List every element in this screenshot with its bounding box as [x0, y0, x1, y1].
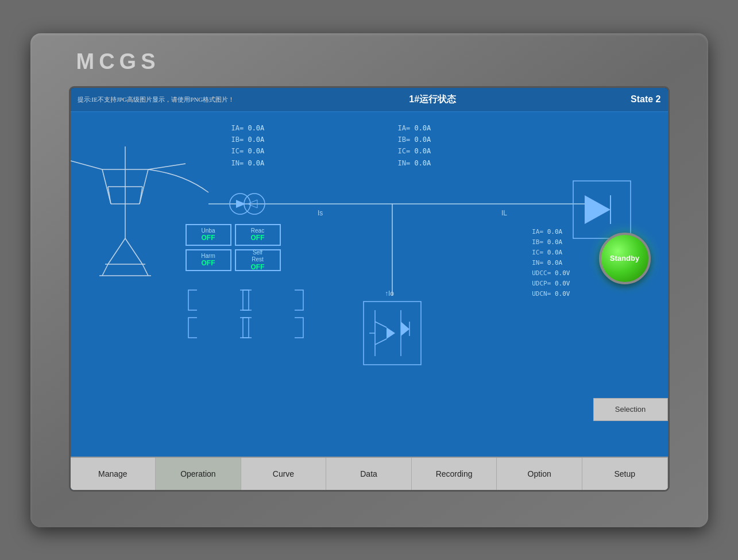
ib-left-value: 0.0A: [248, 136, 264, 144]
ib-left-label: IB=: [231, 136, 244, 144]
svg-text:↑Io: ↑Io: [384, 289, 393, 298]
ia-right-value: 0.0A: [414, 124, 431, 132]
nav-setup[interactable]: Setup: [582, 458, 668, 490]
circuit-diagram: ↑Io Is IL: [71, 112, 668, 457]
reac-value: OFF: [251, 234, 265, 242]
nav-recording[interactable]: Recording: [412, 458, 497, 490]
ib-right-value: 0.0A: [414, 136, 431, 144]
nav-setup-label: Setup: [614, 469, 635, 478]
svg-line-28: [375, 339, 387, 345]
svg-line-27: [375, 322, 387, 327]
ia-bottom-value: 0.0A: [547, 228, 563, 235]
udcn-label: UDCN=: [532, 290, 551, 298]
standby-button[interactable]: Standby: [599, 233, 651, 284]
header-state: State 2: [631, 94, 660, 105]
in-left-label: IN=: [231, 159, 244, 167]
nav-bar: Manage Operation Curve Data Recording Op…: [71, 457, 668, 490]
ia-right-label: IA=: [398, 124, 411, 132]
ia-bottom-label: IA=: [532, 228, 543, 235]
svg-marker-29: [387, 327, 395, 339]
nav-manage-label: Manage: [98, 469, 127, 478]
udcp-value: 0.0V: [555, 280, 570, 287]
brand-label: MCGS: [76, 49, 160, 74]
in-bottom-value: 0.0A: [547, 259, 563, 267]
ia-left-label: IA=: [231, 124, 244, 132]
header-bar: 提示:IE不支持JPG高级图片显示，请使用PNG格式图片！ 1#运行状态 Sta…: [71, 88, 668, 112]
svg-text:Is: Is: [318, 209, 323, 217]
status-row-1: Unba OFF Reac OFF: [186, 224, 281, 246]
status-self-rest[interactable]: SelfRest OFF: [235, 249, 281, 271]
nav-operation[interactable]: Operation: [156, 458, 241, 490]
svg-line-15: [148, 164, 186, 169]
udcn-value: 0.0V: [555, 290, 570, 298]
ib-bottom-value: 0.0A: [547, 238, 563, 246]
nav-data[interactable]: Data: [326, 458, 412, 490]
reac-label: Reac: [251, 227, 264, 234]
ic-left-label: IC=: [231, 147, 244, 155]
status-box: Unba OFF Reac OFF Harm OFF: [186, 224, 281, 271]
udcp-label: UDCP=: [532, 280, 551, 287]
ic-bottom-label: IC=: [532, 249, 543, 256]
screen: 提示:IE不支持JPG高级图片显示，请使用PNG格式图片！ 1#运行状态 Sta…: [71, 88, 668, 490]
harm-label: Harm: [201, 253, 215, 259]
ic-right-label: IC=: [398, 147, 411, 155]
udcc-label: UDCC=: [532, 269, 551, 277]
svg-text:IL: IL: [501, 209, 507, 217]
self-rest-label: SelfRest: [252, 249, 264, 263]
header-title: 1#运行状态: [409, 94, 456, 106]
svg-marker-32: [401, 322, 409, 336]
svg-line-9: [125, 238, 142, 264]
header-warning: 提示:IE不支持JPG高级图片显示，请使用PNG格式图片！: [78, 95, 235, 104]
nav-curve[interactable]: Curve: [241, 458, 327, 490]
svg-line-8: [108, 238, 125, 264]
screen-container: 提示:IE不支持JPG高级图片显示，请使用PNG格式图片！ 1#运行状态 Sta…: [71, 88, 668, 490]
ib-bottom-label: IB=: [532, 238, 543, 246]
nav-operation-label: Operation: [180, 469, 215, 478]
ic-left-value: 0.0A: [248, 147, 264, 155]
nav-manage[interactable]: Manage: [71, 458, 156, 490]
readings-left: IA= 0.0A IB= 0.0A IC= 0.0A IN= 0.0A: [231, 122, 265, 169]
status-unba[interactable]: Unba OFF: [186, 224, 231, 246]
ia-left-value: 0.0A: [248, 124, 264, 132]
device-body: MCGS 提示:IE不支持JPG高级图片显示，请使用PNG格式图片！ 1#运行状…: [30, 33, 708, 527]
status-harm[interactable]: Harm OFF: [186, 249, 231, 271]
ib-right-label: IB=: [398, 136, 411, 144]
nav-data-label: Data: [360, 469, 377, 478]
status-row-2: Harm OFF SelfRest OFF: [186, 249, 281, 271]
selection-button[interactable]: Selection: [593, 398, 668, 421]
standby-label: Standby: [610, 254, 639, 262]
main-content: ↑Io Is IL: [71, 112, 668, 457]
ic-bottom-value: 0.0A: [547, 249, 563, 256]
harm-value: OFF: [202, 259, 215, 267]
unba-value: OFF: [202, 234, 215, 242]
self-rest-value: OFF: [251, 263, 265, 271]
readings-bottom: IA= 0.0A IB= 0.0A IC= 0.0A IN= 0.0A UDCC…: [532, 227, 570, 300]
nav-option-label: Option: [528, 469, 551, 478]
svg-line-14: [71, 161, 102, 169]
nav-recording-label: Recording: [436, 469, 473, 478]
unba-label: Unba: [202, 227, 215, 234]
status-reac[interactable]: Reac OFF: [235, 224, 281, 246]
in-left-value: 0.0A: [248, 159, 264, 167]
svg-marker-35: [585, 195, 611, 224]
in-right-value: 0.0A: [414, 159, 431, 167]
readings-right: IA= 0.0A IB= 0.0A IC= 0.0A IN= 0.0A: [398, 122, 431, 169]
svg-line-11: [102, 264, 108, 276]
in-right-label: IN=: [398, 159, 411, 167]
svg-line-12: [142, 264, 148, 276]
ic-right-value: 0.0A: [414, 147, 431, 155]
nav-option[interactable]: Option: [497, 458, 582, 490]
nav-curve-label: Curve: [273, 469, 294, 478]
selection-label: Selection: [615, 405, 646, 414]
udcc-value: 0.0V: [555, 269, 570, 277]
in-bottom-label: IN=: [532, 259, 543, 267]
